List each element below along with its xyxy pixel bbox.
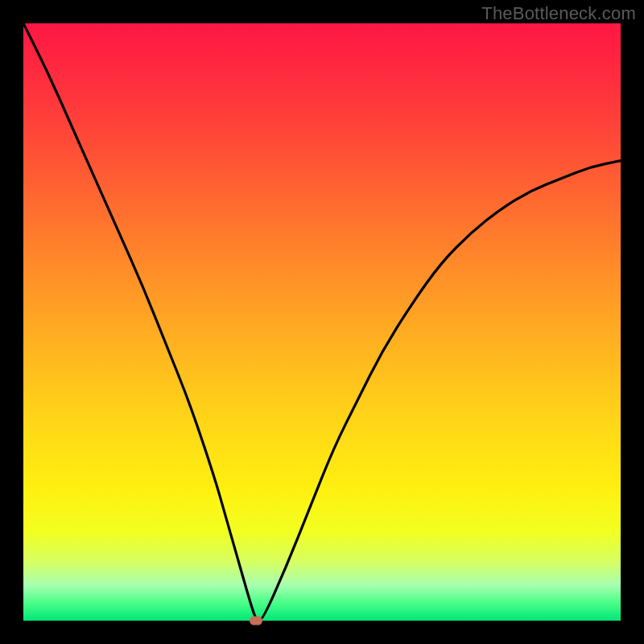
chart-plot-area bbox=[23, 23, 621, 621]
watermark-text: TheBottleneck.com bbox=[481, 3, 636, 24]
optimum-marker bbox=[250, 617, 262, 625]
bottleneck-curve bbox=[23, 23, 621, 621]
